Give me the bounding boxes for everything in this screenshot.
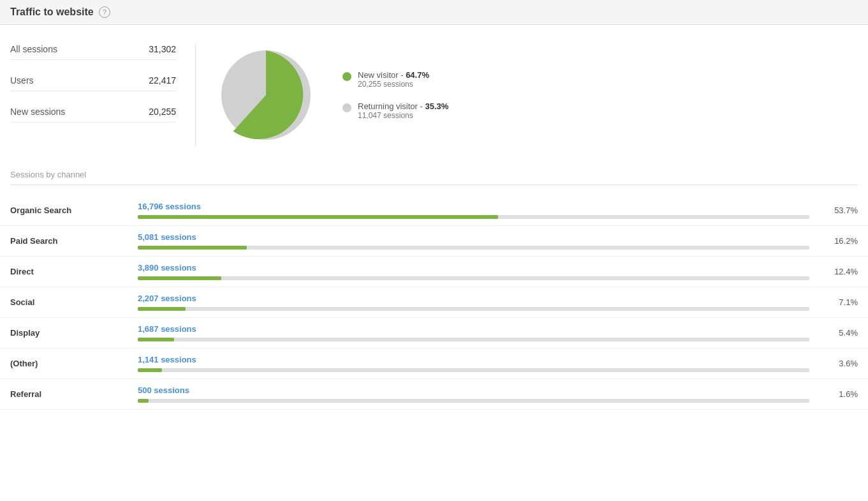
stat-row: All sessions31,302 [10, 44, 176, 60]
chart-section: New visitor - 64.7% 20,255 sessions Retu… [215, 44, 448, 146]
stat-label: New sessions [10, 107, 65, 117]
channel-name: Referral [10, 389, 138, 399]
channel-sessions-label: 2,207 sessions [138, 294, 809, 303]
channel-name: Display [10, 328, 138, 338]
stats-column: All sessions31,302Users22,417New session… [10, 44, 176, 123]
vertical-divider [195, 44, 196, 146]
bar-track [138, 276, 809, 280]
bar-track [138, 399, 809, 403]
new-visitor-sessions: 20,255 sessions [358, 80, 429, 89]
chart-legend: New visitor - 64.7% 20,255 sessions Retu… [342, 70, 448, 120]
channel-row: Organic Search16,796 sessions53.7% [0, 195, 868, 226]
new-visitor-dot [342, 72, 351, 81]
help-icon[interactable]: ? [99, 6, 110, 18]
legend-returning-visitor: Returning visitor - 35.3% 11,047 session… [342, 101, 448, 120]
returning-visitor-sessions: 11,047 sessions [358, 111, 448, 120]
channel-name: (Other) [10, 359, 138, 368]
channel-bar-section: 1,141 sessions [138, 355, 809, 372]
channel-sessions-label: 3,890 sessions [138, 263, 809, 273]
legend-new-visitor: New visitor - 64.7% 20,255 sessions [342, 70, 448, 89]
bar-track [138, 246, 809, 250]
bar-fill [138, 399, 149, 403]
channel-sessions-label: 16,796 sessions [138, 202, 809, 211]
channel-percent: 53.7% [820, 206, 858, 215]
bar-track [138, 368, 809, 372]
stat-value: 31,302 [149, 44, 176, 54]
page-title: Traffic to website [10, 6, 94, 18]
returning-visitor-label: Returning visitor - 35.3% [358, 101, 448, 111]
stat-value: 20,255 [149, 107, 176, 117]
returning-visitor-text: Returning visitor - 35.3% 11,047 session… [358, 101, 448, 120]
channel-bar-section: 5,081 sessions [138, 232, 809, 250]
stat-value: 22,417 [149, 75, 176, 86]
channel-row: Paid Search5,081 sessions16.2% [0, 226, 868, 257]
new-visitor-text: New visitor - 64.7% 20,255 sessions [358, 70, 429, 89]
bar-track [138, 338, 809, 341]
channel-bar-section: 16,796 sessions [138, 202, 809, 219]
channel-percent: 16.2% [820, 236, 858, 246]
stat-label: All sessions [10, 44, 57, 54]
top-section: All sessions31,302Users22,417New session… [0, 25, 868, 159]
channel-bar-section: 3,890 sessions [138, 263, 809, 280]
bar-fill [138, 215, 498, 219]
channel-bar-section: 500 sessions [138, 385, 809, 403]
returning-visitor-dot [342, 103, 351, 112]
channel-row: Display1,687 sessions5.4% [0, 318, 868, 348]
channel-bar-section: 2,207 sessions [138, 294, 809, 311]
bar-fill [138, 307, 186, 311]
channel-bar-section: 1,687 sessions [138, 324, 809, 341]
page-header: Traffic to website ? [0, 0, 868, 25]
channel-sessions-label: 5,081 sessions [138, 232, 809, 242]
bar-fill [138, 246, 247, 250]
channel-percent: 5.4% [820, 328, 858, 338]
bar-fill [138, 276, 221, 280]
sessions-by-channel-header: Sessions by channel [0, 159, 868, 190]
channel-percent: 7.1% [820, 297, 858, 307]
stat-label: Users [10, 75, 34, 86]
channel-sessions-label: 500 sessions [138, 385, 809, 395]
section-label: Sessions by channel [10, 170, 86, 179]
stat-row: Users22,417 [10, 75, 176, 91]
pie-chart [215, 44, 317, 146]
channel-row: (Other)1,141 sessions3.6% [0, 348, 868, 379]
channel-row: Referral500 sessions1.6% [0, 379, 868, 410]
new-visitor-label: New visitor - 64.7% [358, 70, 429, 80]
stat-row: New sessions20,255 [10, 107, 176, 123]
channel-name: Social [10, 297, 138, 307]
bar-track [138, 215, 809, 219]
channel-name: Organic Search [10, 206, 138, 215]
channel-name: Direct [10, 267, 138, 276]
channel-row: Social2,207 sessions7.1% [0, 287, 868, 318]
channel-percent: 12.4% [820, 267, 858, 276]
channel-sessions-label: 1,687 sessions [138, 324, 809, 334]
bar-fill [138, 338, 174, 341]
section-divider [10, 184, 858, 185]
bar-fill [138, 368, 162, 372]
channel-percent: 3.6% [820, 359, 858, 368]
bar-track [138, 307, 809, 311]
channel-row: Direct3,890 sessions12.4% [0, 257, 868, 287]
channel-list: Organic Search16,796 sessions53.7%Paid S… [0, 190, 868, 415]
channel-percent: 1.6% [820, 389, 858, 399]
channel-name: Paid Search [10, 236, 138, 246]
channel-sessions-label: 1,141 sessions [138, 355, 809, 364]
